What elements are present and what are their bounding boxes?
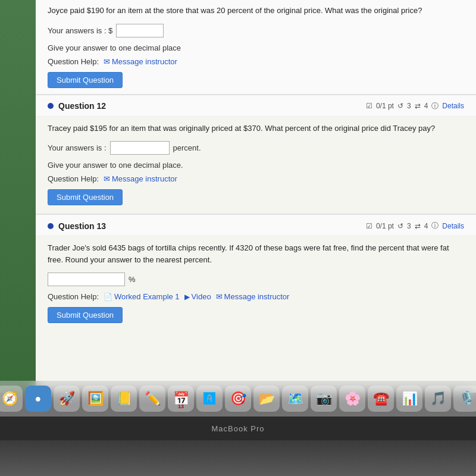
question13-info-icon: ⓘ [431,221,439,231]
partial-answer-row: Your answers is : $ [48,24,464,37]
dock-launchpad[interactable]: 🚀 [54,386,80,412]
partial-help-label: Question Help: [48,57,99,66]
dock-notes[interactable]: 📒 [111,386,137,412]
dock-charts[interactable]: 📊 [396,386,422,412]
dock-pages[interactable]: ✏️ [139,386,165,412]
question12-title: Question 12 [58,101,106,111]
question13-header: Question 13 ☑ 0/1 pt ↺ 3 ⇄ 4 ⓘ Details [36,215,476,236]
main-content: Joyce paid $190 for an item at the store… [36,0,476,393]
question12-header: Question 12 ☑ 0/1 pt ↺ 3 ⇄ 4 ⓘ Details [36,95,476,117]
question12-question-help: Question Help: ✉ Message instructor [48,174,464,183]
question13-arrows: 4 [424,222,428,230]
question13-meta: ☑ 0/1 pt ↺ 3 ⇄ 4 ⓘ Details [366,221,464,231]
question12-checkbox-icon: ☑ [366,102,372,110]
question13-message-instructor-link[interactable]: ✉ Message instructor [216,292,290,301]
calendar-date: 13 [178,403,184,409]
question13-video-link[interactable]: ▶ Video [184,292,211,301]
question13-worked-example-link[interactable]: 📄 Worked Example 1 [104,292,180,301]
dock-music[interactable]: 🎵 [425,386,451,412]
question13-retries: 3 [407,222,411,230]
document-icon: 📄 [104,293,112,301]
question12-answer-label: Your answers is : [48,143,107,152]
question12-info-icon: ⓘ [431,101,439,111]
dock-flowers[interactable]: 🌸 [339,386,365,412]
partial-message-instructor-link[interactable]: ✉ Message instructor [104,57,177,66]
dock-calendar[interactable]: 📅 13 [168,386,194,412]
dock-appstore[interactable]: 🅰 [196,386,223,412]
dock-photos[interactable]: 🖼️ [82,386,108,412]
question12-meta: ☑ 0/1 pt ↺ 3 ⇄ 4 ⓘ Details [366,101,464,111]
partial-question-text: Joyce paid $190 for an item at the store… [48,5,464,17]
question12-retry-icon: ↺ [397,102,403,110]
question13-body: Trader Joe's sold 6435 bags of tortilla … [36,236,476,331]
play-icon: ▶ [184,293,190,301]
question12-answer-input[interactable] [110,141,170,155]
question13-submit-button[interactable]: Submit Question [48,307,123,323]
question13-arrow-icon: ⇄ [415,222,421,230]
mail-icon-q13: ✉ [216,292,223,301]
dock-finder[interactable]: 📂 [253,386,280,412]
question13-dot [48,223,54,229]
partial-answer-input[interactable] [116,24,164,37]
question12-arrow-icon: ⇄ [415,102,421,110]
partial-question-section: Joyce paid $190 for an item at the store… [36,0,476,94]
question12-title-row: Question 12 [48,101,106,111]
question12-dot [48,103,54,109]
question12-arrows: 4 [424,102,428,110]
dock-podcast[interactable]: 🎙️ [453,386,476,412]
question12-body: Tracey paid $195 for an item that was or… [36,117,476,214]
question12-help-label: Question Help: [48,174,99,183]
dock-chrome[interactable]: ● [25,386,51,412]
question13-checkbox-icon: ☑ [366,222,372,230]
dock-bar: 🍎 🧭 ● 🚀 🖼️ 📒 ✏️ 📅 13 🅰 🎯 📂 🗺️ 📷 🌸 ☎️ 📊 🎵… [0,381,476,416]
mail-icon: ✉ [104,57,110,66]
partial-decimal-note: Give your answer to one decimal place [48,43,464,52]
partial-question-help: Question Help: ✉ Message instructor [48,57,464,66]
question12-message-instructor-link[interactable]: ✉ Message instructor [104,174,177,183]
dock-safari[interactable]: 🧭 [0,386,23,412]
macbook-label: MacBook Pro [211,424,264,433]
question13-title-row: Question 13 [48,221,106,231]
question13-score: 0/1 pt [376,222,394,230]
question12-text: Tracey paid $195 for an item that was or… [48,123,464,134]
question13-text: Trader Joe's sold 6435 bags of tortilla … [48,242,464,265]
mail-icon-q12: ✉ [104,174,110,183]
question12-score: 0/1 pt [376,102,394,110]
question13-answer-input[interactable] [48,273,125,286]
question13-answer-row: % [48,273,464,286]
laptop-bottom [0,440,476,476]
dock-maps[interactable]: 🗺️ [282,386,308,412]
dock-tencent[interactable]: 🎯 [225,386,251,412]
question12-submit-button[interactable]: Submit Question [48,189,123,205]
dock-phone[interactable]: ☎️ [368,386,394,412]
screen: Joyce paid $190 for an item at the store… [0,0,476,393]
question13-retry-icon: ↺ [397,222,403,230]
bottom-bar: MacBook Pro [0,416,476,440]
partial-submit-button[interactable]: Submit Question [48,72,123,88]
left-sidebar [0,0,36,393]
question12-retries: 3 [407,102,411,110]
question13-question-help: Question Help: 📄 Worked Example 1 ▶ Vide… [48,292,464,301]
partial-answer-label: Your answers is : $ [48,26,112,35]
question12-answer-suffix: percent. [173,143,201,152]
dock-photos2[interactable]: 📷 [311,386,337,412]
question12-details-link[interactable]: Details [442,102,464,110]
question13-help-label: Question Help: [48,292,99,301]
question12-answer-row: Your answers is : percent. [48,141,464,155]
question13-title: Question 13 [58,221,106,231]
question13-details-link[interactable]: Details [442,222,464,230]
question12-decimal-note: Give your answer to one decimal place. [48,161,464,170]
question13-answer-suffix: % [129,275,136,284]
